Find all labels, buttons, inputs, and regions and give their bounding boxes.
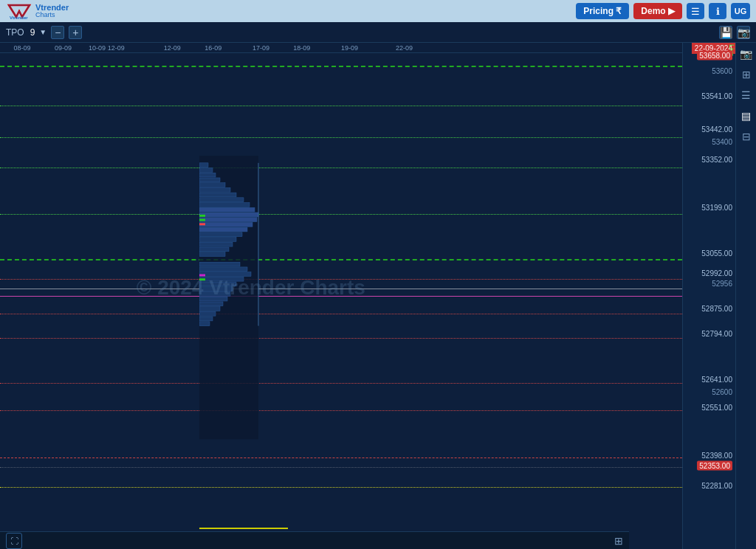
price-line-52551 xyxy=(0,410,682,411)
price-53400: 53400 xyxy=(712,137,732,145)
save-button[interactable]: 💾 xyxy=(719,26,732,39)
tpo-plus-button[interactable]: + xyxy=(69,26,82,39)
date-axis: 08-09 09-09 10-09 12-09 12-09 16-09 17-0… xyxy=(0,43,682,53)
svg-rect-36 xyxy=(199,215,205,217)
date-1709: 17-09 xyxy=(252,44,269,52)
svg-rect-5 xyxy=(199,168,213,173)
grid-icon[interactable]: ⊞ xyxy=(614,535,623,547)
svg-rect-6 xyxy=(199,173,216,177)
svg-rect-17 xyxy=(199,227,247,232)
svg-rect-28 xyxy=(199,287,233,291)
svg-rect-22 xyxy=(199,252,225,257)
svg-rect-8 xyxy=(199,183,225,187)
svg-rect-27 xyxy=(199,282,236,286)
price-52992: 52992.00 xyxy=(701,269,732,277)
svg-rect-7 xyxy=(199,178,220,182)
date-1009: 10-09 12-09 xyxy=(89,44,125,52)
tpo-label: TPO xyxy=(6,27,24,38)
demo-button[interactable]: Demo ▶ xyxy=(633,3,682,19)
date-0808: 08-09 xyxy=(13,44,30,52)
tpo-value: 9 xyxy=(30,27,35,38)
avatar-button[interactable]: UG xyxy=(731,3,750,19)
svg-rect-12 xyxy=(199,203,250,207)
svg-rect-11 xyxy=(199,198,244,202)
pricing-button[interactable]: Pricing ₹ xyxy=(576,3,629,19)
chart-canvas: © 2024 Vtrender Charts xyxy=(0,53,682,549)
bottom-bar: ⛶ ⊞ xyxy=(0,531,629,549)
svg-rect-20 xyxy=(199,242,233,246)
price-52641: 52641.00 xyxy=(701,376,732,384)
header: Vtrender Vtrender Charts Pricing ₹ Demo … xyxy=(0,0,756,22)
price-line-52992 xyxy=(0,279,682,280)
price-52875: 52875.00 xyxy=(701,305,732,313)
date-0909: 09-09 xyxy=(55,44,72,52)
price-53600: 53600 xyxy=(712,66,732,75)
price-line-53352 xyxy=(0,168,682,168)
price-line-52641 xyxy=(0,383,682,384)
price-53442: 53442.00 xyxy=(701,125,732,133)
sidebar-lines-icon[interactable]: ▤ xyxy=(738,108,755,124)
price-53352: 53352.00 xyxy=(701,155,732,163)
svg-rect-14 xyxy=(199,213,258,217)
price-53055: 53055.00 xyxy=(701,249,732,257)
svg-rect-37 xyxy=(199,219,205,221)
price-52353: 52353.00 xyxy=(697,460,732,470)
logo-area: Vtrender Vtrender Charts xyxy=(6,2,69,20)
svg-rect-13 xyxy=(199,207,255,212)
price-line-53199 xyxy=(0,214,682,215)
info-button[interactable]: ℹ xyxy=(709,3,726,19)
sidebar-table-icon[interactable]: ⊟ xyxy=(738,128,755,145)
svg-rect-24 xyxy=(199,267,247,272)
sidebar-grid2x2-icon[interactable]: ⊞ xyxy=(738,66,755,83)
price-52600: 52600 xyxy=(712,388,732,396)
svg-rect-32 xyxy=(199,307,220,311)
price-line-52956 xyxy=(0,289,682,289)
price-line-53055 xyxy=(0,259,682,260)
svg-rect-30 xyxy=(199,297,227,301)
right-sidebar: 📷 ⊞ ☰ ▤ ⊟ xyxy=(735,43,756,549)
svg-rect-23 xyxy=(199,262,240,266)
price-line-53442 xyxy=(0,137,682,138)
svg-rect-29 xyxy=(199,292,230,297)
date-2209: 22-09 xyxy=(396,44,413,52)
svg-rect-38 xyxy=(199,223,205,225)
price-line-52353 xyxy=(0,467,682,468)
toolbar-right: 💾 📷 xyxy=(719,26,750,39)
tpo-dropdown[interactable]: ▼ xyxy=(39,28,47,36)
tpo-profile-svg xyxy=(199,53,317,549)
svg-rect-21 xyxy=(199,247,229,252)
svg-rect-31 xyxy=(199,302,223,306)
price-line-pink xyxy=(0,296,682,297)
svg-rect-19 xyxy=(199,238,236,242)
expand-button[interactable]: ⛶ xyxy=(6,533,22,549)
svg-rect-16 xyxy=(199,222,252,227)
svg-rect-9 xyxy=(199,187,230,192)
date-1809: 18-09 xyxy=(293,44,310,52)
chart-area[interactable]: 08-09 09-09 10-09 12-09 12-09 16-09 17-0… xyxy=(0,43,682,549)
sidebar-camera-icon[interactable]: 📷 xyxy=(738,46,755,62)
svg-rect-18 xyxy=(199,232,242,237)
price-52551: 52551.00 xyxy=(701,403,732,411)
price-line-52794 xyxy=(0,338,682,339)
svg-rect-33 xyxy=(199,311,216,316)
price-53541: 53541.00 xyxy=(701,92,732,100)
toolbar: TPO 9 ▼ − + 💾 📷 xyxy=(0,22,756,43)
date-1209: 12-09 xyxy=(164,44,181,52)
menu-button[interactable]: ☰ xyxy=(687,3,704,19)
sidebar-menu-icon[interactable]: ☰ xyxy=(738,87,755,103)
svg-rect-39 xyxy=(199,274,205,277)
date-1909: 19-09 xyxy=(341,44,358,52)
price-axis: 22-09-2024 Live 53658.00 53600 53541.00 … xyxy=(682,43,735,549)
tpo-minus-button[interactable]: − xyxy=(51,26,64,39)
svg-rect-15 xyxy=(199,218,257,222)
svg-rect-25 xyxy=(199,272,251,277)
price-53199: 53199.00 xyxy=(701,203,732,211)
price-52956: 52956 xyxy=(712,279,732,287)
price-line-52398 xyxy=(0,458,682,458)
camera-button[interactable]: 📷 xyxy=(737,26,750,39)
svg-rect-40 xyxy=(199,278,205,280)
logo-charts: Charts xyxy=(35,12,69,19)
price-53658: 53658.00 xyxy=(697,51,732,61)
price-line-52875 xyxy=(0,314,682,314)
price-52281: 52281.00 xyxy=(701,482,732,490)
